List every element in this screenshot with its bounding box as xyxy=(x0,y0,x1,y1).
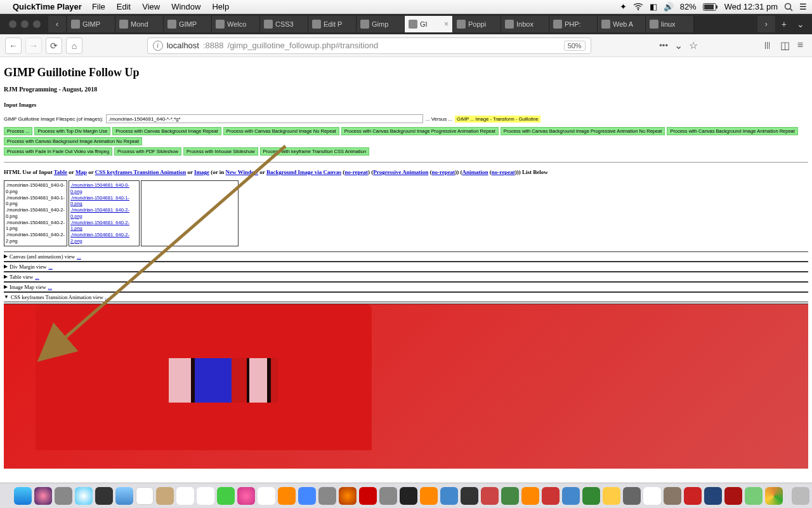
dock-app-icon[interactable] xyxy=(603,487,620,505)
dock-mail-icon[interactable] xyxy=(115,487,133,505)
browser-tab[interactable]: CSS3 xyxy=(260,16,308,32)
process-button[interactable]: Process with Canvas Background Image No … xyxy=(223,127,339,135)
link-animation[interactable]: Animation xyxy=(462,169,488,175)
clock[interactable]: Wed 12:31 pm xyxy=(724,2,778,11)
dock-acrobat-icon[interactable] xyxy=(724,487,742,505)
browser-tab[interactable]: Edit P xyxy=(308,16,357,32)
bookmark-star-icon[interactable]: ☆ xyxy=(689,39,698,51)
dock-audacity-icon[interactable] xyxy=(420,487,438,505)
dock-app-icon[interactable] xyxy=(582,487,600,505)
browser-tab[interactable]: GIMP xyxy=(67,16,115,32)
browser-tab[interactable]: Welco xyxy=(212,16,260,32)
image-link[interactable]: ./mondrian-1504681_640-0-0.png xyxy=(70,182,138,195)
process-button[interactable]: Process with Fade In Fade Out Video via … xyxy=(4,147,112,156)
link-progressive-animation[interactable]: Progressive Animation xyxy=(373,169,428,175)
link-css-keyframes[interactable]: CSS keyframes Transition Animation xyxy=(95,169,186,175)
close-icon[interactable]: × xyxy=(444,20,449,29)
dock-firefox-icon[interactable] xyxy=(339,487,357,505)
dock-ibooks-icon[interactable] xyxy=(278,487,296,505)
process-button[interactable]: Process with Canvas Background Image Rep… xyxy=(112,127,221,135)
menu-icon[interactable]: ☰ xyxy=(799,2,807,11)
dock-messages-icon[interactable] xyxy=(217,487,235,505)
link-image[interactable]: Image xyxy=(194,169,209,175)
browser-tab[interactable]: PHP: xyxy=(549,16,598,32)
link-table[interactable]: Table xyxy=(54,169,67,175)
back-button[interactable]: ← xyxy=(5,37,22,54)
sidebar-icon[interactable]: ◫ xyxy=(780,39,790,51)
browser-tab[interactable]: GIMP xyxy=(164,16,212,32)
link-new-window[interactable]: New Window xyxy=(226,169,258,175)
zoom-badge[interactable]: 50% xyxy=(564,41,586,51)
process-button[interactable]: Process with Top Div Margin Use xyxy=(34,127,110,135)
dock-app-icon[interactable] xyxy=(542,487,560,505)
dock-gimp-icon[interactable] xyxy=(664,487,681,505)
hamburger-icon[interactable]: ≡ xyxy=(797,39,803,51)
dock-app-icon[interactable] xyxy=(501,487,519,505)
dock-app-icon[interactable] xyxy=(623,487,641,505)
tabs-scroll-left[interactable]: ‹ xyxy=(48,16,66,32)
dock-calendar-icon[interactable] xyxy=(136,487,154,505)
link-bg-image-canvas[interactable]: Background Image via Canvas xyxy=(266,169,341,175)
dock-app-icon[interactable] xyxy=(643,487,661,505)
dock-contacts-icon[interactable] xyxy=(156,487,174,505)
dock-photos-icon[interactable] xyxy=(258,487,275,505)
image-link[interactable]: ./mondrian-1504681_640-2-0.png xyxy=(70,207,138,220)
browser-tab[interactable]: Inbox xyxy=(501,16,549,32)
link-norepeat-2[interactable]: no-repeat xyxy=(432,169,455,175)
avast-icon[interactable]: ✦ xyxy=(620,2,627,11)
screen-icon[interactable]: ◧ xyxy=(650,2,657,11)
pocket-icon[interactable]: ⌄ xyxy=(674,39,683,51)
browser-tab[interactable]: linux xyxy=(646,16,694,32)
traffic-lights[interactable] xyxy=(3,20,47,28)
dock-app-icon[interactable] xyxy=(745,487,763,505)
dock-opera-icon[interactable] xyxy=(684,487,702,505)
image-link[interactable]: ./mondrian-1504681_640-2-1.png xyxy=(70,220,138,232)
wifi-icon[interactable] xyxy=(633,3,643,11)
library-icon[interactable]: ⫼ xyxy=(763,39,773,51)
tabs-dropdown[interactable]: ⌄ xyxy=(792,19,809,29)
image-link[interactable]: ./mondrian-1504681_640-1-0.png xyxy=(70,195,138,208)
details-toggle[interactable]: ▶Image Map view ... xyxy=(4,282,808,292)
menu-edit[interactable]: Edit xyxy=(117,2,131,11)
browser-tab[interactable]: GI× xyxy=(405,16,453,32)
dock-finder-icon[interactable] xyxy=(14,487,32,505)
minimize-light[interactable] xyxy=(21,20,29,28)
dock-chrome-icon[interactable] xyxy=(765,487,783,505)
dock-mamp-icon[interactable] xyxy=(379,487,397,505)
process-button[interactable]: Process with Canvas Background Image Ani… xyxy=(667,127,797,135)
details-toggle[interactable]: ▼CSS keyframes Transition Animation view… xyxy=(4,292,808,302)
details-dots[interactable]: ... xyxy=(105,294,109,300)
dock-notes-icon[interactable] xyxy=(176,487,194,505)
dock-quicktime-icon[interactable] xyxy=(461,487,478,505)
menu-help[interactable]: Help xyxy=(212,2,229,11)
dock-trash-icon[interactable] xyxy=(792,487,809,505)
menu-window[interactable]: Window xyxy=(171,2,200,11)
dock-dashboard-icon[interactable] xyxy=(95,487,113,505)
battery-icon[interactable] xyxy=(703,3,718,11)
details-toggle[interactable]: ▶Table view ... xyxy=(4,272,808,282)
forward-button[interactable]: → xyxy=(25,37,42,54)
macos-dock[interactable] xyxy=(0,483,812,508)
site-info-icon[interactable]: i xyxy=(153,41,163,51)
dock-filezilla-icon[interactable] xyxy=(359,487,377,505)
dock-preview-icon[interactable] xyxy=(440,487,458,505)
browser-tab[interactable]: Poppi xyxy=(453,16,501,32)
details-dots[interactable]: ... xyxy=(48,264,52,270)
dock-vscode-icon[interactable] xyxy=(704,487,722,505)
dock-itunes-icon[interactable] xyxy=(237,487,255,505)
dock-launchpad-icon[interactable] xyxy=(55,487,72,505)
dock-app-icon[interactable] xyxy=(481,487,499,505)
process-button[interactable]: Process with Inhouse Slideshow xyxy=(183,147,258,156)
filespec-input[interactable] xyxy=(106,114,423,123)
new-tab-button[interactable]: + xyxy=(776,19,792,29)
reload-button[interactable]: ⟳ xyxy=(46,37,62,54)
details-dots[interactable]: ... xyxy=(48,284,52,290)
tabs-scroll-right[interactable]: › xyxy=(757,16,775,32)
process-button[interactable]: Process with keyframe Transition CSS Ani… xyxy=(260,147,370,156)
details-toggle[interactable]: ▶Div Margin view ... xyxy=(4,262,808,272)
browser-tab[interactable]: Gimp xyxy=(357,16,405,32)
address-box[interactable]: i localhost:8888/gimp_guillotine_followu… xyxy=(147,37,591,54)
menu-file[interactable]: File xyxy=(92,2,105,11)
menu-view[interactable]: View xyxy=(142,2,160,11)
process-button[interactable]: Process with Canvas Background Image Pro… xyxy=(341,127,499,135)
